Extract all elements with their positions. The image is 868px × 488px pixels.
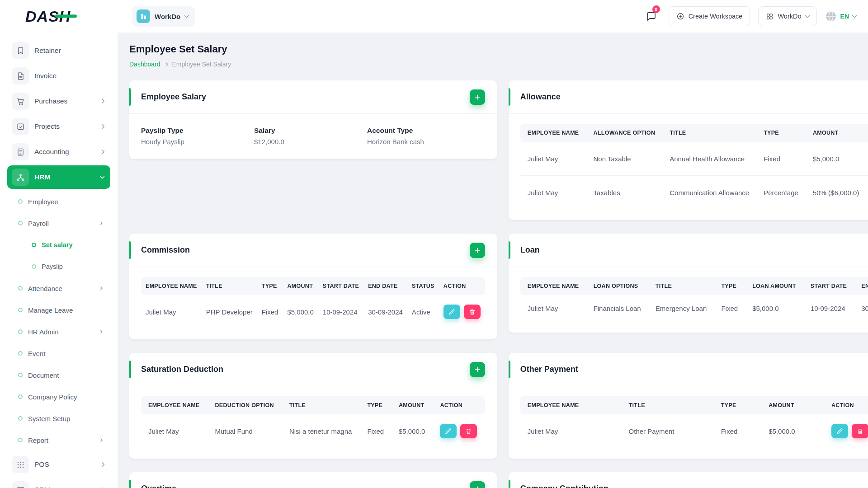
pencil-icon	[445, 428, 452, 435]
saturation-deduction-table: EMPLOYEE NAME DEDUCTION OPTION TITLE TYP…	[141, 396, 485, 448]
edit-button[interactable]	[443, 305, 460, 319]
sidebar-subitem-document[interactable]: Document	[14, 365, 110, 385]
cards-grid: Employee Salary Payslip Type Hourly Pays…	[129, 80, 861, 488]
workspace-selector[interactable]: WorkDo	[132, 6, 195, 27]
sidebar-item-pos[interactable]: POS	[7, 453, 110, 476]
sidebar-item-retainer[interactable]: Retainer	[7, 39, 110, 62]
sidebar-item-label: HRM	[34, 173, 95, 181]
page-title: Employee Set Salary	[129, 43, 861, 55]
sidebar-subitem-company-policy[interactable]: Company Policy	[14, 387, 110, 407]
chevron-right-icon	[99, 124, 104, 129]
card-title: Overtime	[141, 484, 176, 488]
workdo-menu-label: WorkDo	[778, 13, 801, 20]
table-header-row: EMPLOYEE NAME DEDUCTION OPTION TITLE TYP…	[141, 396, 485, 414]
other-payment-card: Other Payment EMPLOYEE NAME TITLE TYPE A…	[509, 353, 868, 459]
employee-salary-add-button[interactable]	[470, 89, 485, 105]
sidebar-item-label: CRM	[34, 486, 95, 488]
table-row: Juliet May Non Taxable Annual Health All…	[520, 142, 868, 176]
card-title: Saturation Deduction	[141, 365, 223, 374]
card-header: Loan	[509, 234, 868, 267]
table-row: Juliet May PHP Developer Fixed $5,000.0 …	[141, 295, 485, 328]
breadcrumb-link-dashboard[interactable]: Dashboard	[129, 61, 160, 68]
chevron-right-icon	[99, 149, 104, 154]
saturation-deduction-table-wrap: EMPLOYEE NAME DEDUCTION OPTION TITLE TYP…	[141, 396, 485, 448]
sidebar-subitem-employee[interactable]: Employee	[14, 192, 110, 211]
language-selector[interactable]: EN	[825, 10, 856, 22]
sidebar-subitem-payslip[interactable]: Payslip	[14, 257, 110, 277]
sidebar-subitem-hr-admin[interactable]: HR Admin	[14, 322, 110, 342]
grid-dots-icon	[12, 456, 29, 473]
edit-button[interactable]	[440, 424, 457, 438]
sidebar-item-label: Invoice	[34, 72, 106, 80]
saturation-deduction-card: Saturation Deduction EMPLOYEE NAME DEDUC…	[129, 353, 497, 459]
sidebar-item-label: Purchases	[34, 97, 95, 105]
messages-button[interactable]: 0	[642, 7, 660, 26]
sidebar-subitem-manage-leave[interactable]: Manage Leave	[14, 300, 110, 320]
chevron-right-icon	[99, 438, 103, 442]
create-workspace-button[interactable]: Create Workspace	[669, 6, 750, 26]
card-title: Allowance	[520, 92, 561, 102]
overtime-add-button[interactable]	[470, 481, 485, 488]
action-buttons	[831, 424, 868, 438]
workspace-avatar-icon	[137, 9, 150, 23]
sidebar-subitem-attendance[interactable]: Attendance	[14, 278, 110, 298]
pencil-icon	[836, 428, 843, 435]
delete-button[interactable]	[852, 424, 868, 438]
chevron-right-icon	[99, 330, 103, 333]
sidebar-item-hrm[interactable]: HRM	[7, 165, 110, 189]
workspace-name: WorkDo	[155, 13, 180, 20]
commission-add-button[interactable]	[470, 243, 485, 258]
loan-card: Loan EMPLOYEE NAME LOAN OPTIONS TITLE TY…	[509, 234, 868, 333]
logo-dash-accent	[55, 14, 77, 18]
circle-icon	[32, 243, 36, 247]
breadcrumb-current: Employee Set Salary	[172, 61, 231, 68]
sidebar-item-accounting[interactable]: Accounting	[7, 140, 110, 164]
plus-icon	[474, 485, 481, 488]
circle-icon	[18, 394, 23, 399]
circle-icon	[18, 221, 23, 225]
table-header-row: EMPLOYEE NAME LOAN OPTIONS TITLE TYPE LO…	[520, 277, 868, 295]
card-header: Overtime	[129, 472, 497, 488]
monitor-icon	[12, 481, 29, 488]
table-row: Juliet May Other Payment Fixed $5,000.0	[520, 414, 868, 448]
trash-icon	[857, 428, 863, 435]
create-workspace-label: Create Workspace	[689, 13, 743, 20]
chevron-right-icon	[99, 462, 104, 467]
sidebar-item-invoice[interactable]: Invoice	[7, 64, 110, 88]
delete-button[interactable]	[464, 305, 481, 319]
card-title: Employee Salary	[141, 92, 206, 102]
plus-icon	[474, 366, 481, 373]
table-row: Juliet May Taxables Communication Allowa…	[520, 176, 868, 210]
plus-icon	[474, 247, 481, 254]
field-payslip-type: Payslip Type Hourly Payslip	[141, 127, 254, 145]
sidebar-item-projects[interactable]: Projects	[7, 115, 110, 138]
allowance-table: EMPLOYEE NAME ALLOWANCE OPTION TITLE TYP…	[520, 124, 868, 209]
main-content: Employee Set Salary Dashboard Employee S…	[118, 33, 868, 488]
circle-icon	[18, 329, 23, 334]
brand-logo: DASH	[25, 8, 71, 25]
circle-icon	[32, 264, 36, 269]
circle-icon	[18, 351, 23, 356]
field-salary: Salary $12,000.0	[254, 127, 367, 145]
card-header: Allowance	[509, 80, 868, 114]
sidebar-subitem-report[interactable]: Report	[14, 430, 110, 450]
sidebar-subitem-system-setup[interactable]: System Setup	[14, 408, 110, 428]
sidebar-subitem-payroll[interactable]: Payroll	[14, 213, 110, 233]
action-buttons	[440, 424, 477, 438]
commission-card: Commission EMPLOYEE NAME TITLE TYPE AMOU…	[129, 234, 497, 339]
workdo-menu-button[interactable]: WorkDo	[758, 6, 816, 26]
network-icon	[12, 169, 29, 186]
edit-button[interactable]	[831, 424, 848, 438]
notification-badge: 0	[652, 5, 660, 13]
circle-icon	[18, 416, 23, 421]
delete-button[interactable]	[460, 424, 477, 438]
chevron-right-icon	[164, 62, 168, 66]
action-buttons	[443, 305, 481, 319]
saturation-deduction-add-button[interactable]	[470, 362, 485, 377]
sidebar-item-purchases[interactable]: Purchases	[7, 89, 110, 113]
sidebar-item-crm[interactable]: CRM	[7, 478, 110, 488]
sidebar-subitem-event[interactable]: Event	[14, 343, 110, 363]
employee-salary-fields: Payslip Type Hourly Payslip Salary $12,0…	[129, 114, 497, 159]
circle-icon	[18, 199, 23, 204]
sidebar-subitem-set-salary[interactable]: Set salary	[14, 235, 110, 255]
